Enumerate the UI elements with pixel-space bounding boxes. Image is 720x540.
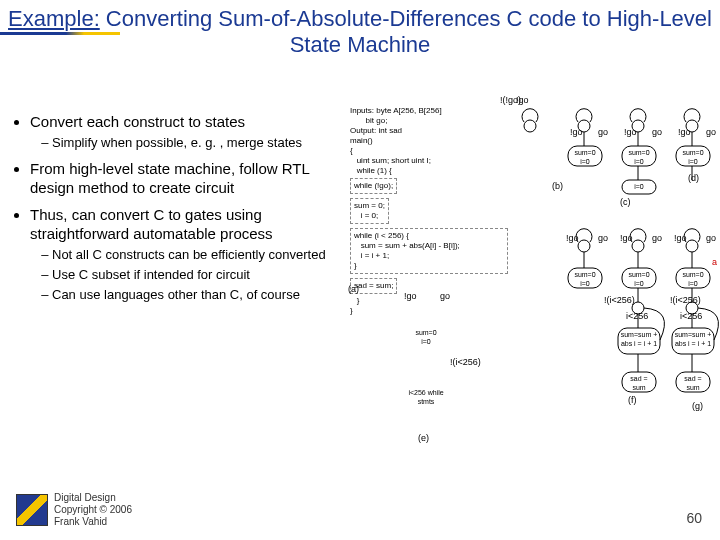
node-sum0-e: sum=0 i=0 (410, 328, 442, 346)
bullet-1a: Simplify when possible, e. g. , merge st… (52, 135, 337, 151)
lbl-notgo-7: !go (674, 234, 687, 243)
lbl-ilt-2: !(i<256) (670, 296, 701, 305)
footer-l3: Frank Vahid (54, 516, 107, 527)
node-sumabs-2: sum=sum + abs i = i + 1 (674, 330, 712, 348)
code-l12: } (350, 296, 359, 305)
lbl-notgo-5: !go (566, 234, 579, 243)
lbl-ilt2-2: i<256 (680, 312, 702, 321)
footer-text: Digital Design Copyright © 2006 Frank Va… (54, 492, 132, 528)
lbl-go-1: go (598, 128, 608, 137)
title-rest: Converting Sum-of-Absolute-Differences C… (100, 6, 712, 57)
node-i0: i=0 (626, 182, 652, 191)
lbl-g: (g) (692, 402, 703, 411)
node-sum0-5: sum=0 i=0 (624, 270, 654, 288)
code-l2: bit go; (350, 116, 387, 125)
lbl-a-red: a (712, 258, 717, 267)
lbl-go-2: go (652, 128, 662, 137)
page-number: 60 (686, 510, 702, 526)
lbl-ilt2-1: i<256 (626, 312, 648, 321)
code-l3: Output: int sad (350, 126, 402, 135)
code-l7: while (1) { (350, 166, 392, 175)
bullet-3-text: Thus, can convert C to gates using strai… (30, 206, 273, 242)
node-sadsum-2: sad = sum (678, 374, 708, 392)
svg-point-0 (524, 120, 536, 132)
svg-point-13 (578, 240, 590, 252)
svg-point-15 (686, 240, 698, 252)
code-block: Inputs: byte A[256, B[256] bit go; Outpu… (350, 96, 520, 326)
lbl-ilt-e: !(i<256) (450, 358, 481, 367)
node-sum0-6: sum=0 i=0 (678, 270, 708, 288)
lbl-ilt-1: !(i<256) (604, 296, 635, 305)
svg-point-14 (632, 240, 644, 252)
lbl-c: (c) (620, 198, 631, 207)
node-while-stmts: i<256 while stmts (406, 388, 446, 406)
lbl-notgo-e: !go (404, 292, 417, 301)
code-box-loop: while (i < 256) { sum = sum + abs(A[i] -… (350, 228, 508, 274)
lbl-notgo-6: !go (620, 234, 633, 243)
lbl-e: (e) (418, 434, 429, 443)
bullet-3a: Not all C constructs can be efficiently … (52, 247, 337, 263)
lbl-notgo-4: !go (678, 128, 691, 137)
slide-title: Example: Converting Sum-of-Absolute-Diff… (0, 6, 720, 58)
bullet-3b: Use C subset if intended for circuit (52, 267, 337, 283)
bullet-1-text: Convert each construct to states (30, 113, 245, 130)
footer-l1: Digital Design (54, 492, 116, 503)
node-sum0-1: sum=0 i=0 (570, 148, 600, 166)
lbl-b: (b) (552, 182, 563, 191)
code-box-while: while (!go); (350, 178, 397, 194)
node-sadsum-1: sad = sum (624, 374, 654, 392)
lbl-go-e: go (440, 292, 450, 301)
bullet-1: Convert each construct to states Simplif… (30, 112, 337, 151)
code-l1: Inputs: byte A[256, B[256] (350, 106, 442, 115)
lbl-f: (f) (628, 396, 637, 405)
node-sumabs-1: sum=sum + abs i = i + 1 (620, 330, 658, 348)
node-sum0-4: sum=0 i=0 (570, 270, 600, 288)
footer-l2: Copyright © 2006 (54, 504, 132, 515)
node-sum0-2: sum=0 i=0 (624, 148, 654, 166)
lbl-go-3: go (706, 128, 716, 137)
bullet-3: Thus, can convert C to gates using strai… (30, 205, 337, 303)
bullet-3c: Can use languages other than C, of cours… (52, 287, 337, 303)
diagram-area: !(!go) !go !go go !go go !go go sum=0 i=… (520, 96, 720, 516)
node-sum0-3: sum=0 i=0 (678, 148, 708, 166)
label-a: (a) (348, 284, 359, 294)
lbl-notgo-2: !go (570, 128, 583, 137)
bullet-list: Convert each construct to states Simplif… (12, 112, 337, 313)
code-l6: uint sum; short uint I; (350, 156, 431, 165)
title-prefix: Example: (8, 6, 100, 31)
code-box-init: sum = 0; i = 0; (350, 198, 389, 224)
code-l13: } (350, 306, 353, 315)
lbl-go-4: go (598, 234, 608, 243)
footer-logo (16, 494, 48, 526)
code-l4: main() (350, 136, 373, 145)
lbl-notgo-3: !go (624, 128, 637, 137)
lbl-d: (d) (688, 174, 699, 183)
lbl-go-6: go (706, 234, 716, 243)
lbl-go-5: go (652, 234, 662, 243)
bullet-2: From high-level state machine, follow RT… (30, 159, 337, 197)
lbl-notgo-1: !go (516, 96, 529, 105)
code-l5: { (350, 146, 353, 155)
